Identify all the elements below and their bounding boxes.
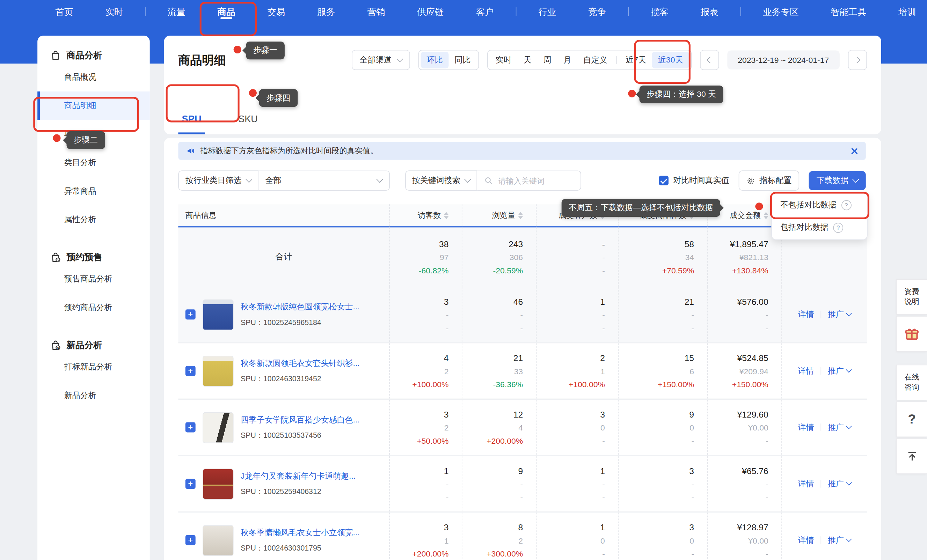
sidebar-item[interactable]: 属性分析 [37,206,150,234]
annotation-step5-tooltip: 不周五：下载数据—选择不包括对比数据 [562,199,720,217]
period-option[interactable]: 实时 [490,52,518,68]
help-button[interactable]: ? [896,402,927,437]
channel-select[interactable]: 全部渠道 [352,50,410,70]
sort-icon[interactable] [764,212,769,219]
notice-close-icon[interactable] [851,148,857,154]
sidebar-item[interactable]: 异常商品 [37,177,150,206]
gift-button[interactable] [896,316,927,352]
keyword-filter-select[interactable]: 按关键词搜索 [405,170,477,191]
nav-item[interactable]: 首页 [39,0,89,24]
sidebar-section-title[interactable]: N新品分析 [37,337,150,353]
period-option[interactable]: 自定义 [577,52,613,68]
download-menu-option[interactable]: 包括对比数据? [772,216,867,239]
nav-item[interactable]: 智能工具 [815,0,882,24]
product-name-link[interactable]: J龙年勺叉套装新年勺卡通萌趣... [241,470,356,481]
expand-row-button[interactable]: + [185,366,196,376]
sort-icon[interactable] [444,212,449,219]
column-header[interactable]: 浏览量 [462,204,536,226]
channel-select-value: 全部渠道 [359,55,392,66]
detail-link[interactable]: 详情 [798,478,814,489]
period-option[interactable]: 周 [538,52,558,68]
nav-item[interactable]: 报表 [685,0,734,24]
online-service-button[interactable]: 在线咨询 [896,365,927,401]
detail-link[interactable]: 详情 [798,422,814,433]
nav-item[interactable]: 揽客 [635,0,685,24]
category-value-select[interactable]: 全部 [258,170,389,191]
keyword-search-input[interactable] [497,176,570,186]
product-thumbnail[interactable] [202,525,233,555]
nav-item[interactable]: 供应链 [401,0,460,24]
period-option[interactable]: 月 [558,52,577,68]
download-data-button[interactable]: 下载数据 [808,171,866,190]
expand-row-button[interactable]: + [185,535,196,545]
sidebar-item[interactable]: 类目分析 [37,149,150,177]
expand-row-button[interactable]: + [185,479,196,489]
sort-icon[interactable] [518,212,523,219]
quick-range-option[interactable]: 近7天 [620,52,652,68]
category-filter-select[interactable]: 按行业类目筛选 [178,170,258,191]
category-filter-group: 按行业类目筛选 全部 [178,170,389,191]
detail-link[interactable]: 详情 [798,366,814,376]
expand-row-button[interactable]: + [185,422,196,433]
sidebar-item[interactable]: 预售商品分析 [37,265,150,294]
nav-item[interactable]: 服务 [301,0,351,24]
sidebar-section-title[interactable]: 商品分析 [37,47,150,63]
metric-change: +150.00% [658,380,694,389]
product-thumbnail[interactable] [202,412,233,443]
nav-item-active[interactable]: 商品 [202,0,251,24]
date-range-field[interactable]: 2023-12-19 ~ 2024-01-17 [727,51,840,70]
nav-item[interactable]: 交易 [251,0,301,24]
promote-link[interactable]: 推广 [828,366,851,376]
quick-range-option[interactable]: 近30天 [652,52,689,68]
sidebar-section-title[interactable]: 预约预售 [37,250,150,265]
expand-row-button[interactable]: + [185,309,196,319]
product-spu: SPU：10025103537456 [241,431,360,441]
annotation-step1-tooltip: 步骤一 [246,41,284,59]
annotation-dot [755,202,763,210]
metric-value: 8 [518,522,523,532]
nav-item[interactable]: 业务专区 [747,0,815,24]
metric-change: - [766,436,769,446]
detail-link[interactable]: 详情 [798,535,814,546]
product-thumbnail[interactable] [202,355,233,386]
tab-sku[interactable]: SKU [235,114,261,134]
sidebar-item[interactable]: 预约商品分析 [37,293,150,322]
date-next-button[interactable] [848,50,867,70]
nav-item[interactable]: 行业 [522,0,572,24]
product-name-link[interactable]: 四季子女学院风百搭少女感白色... [241,414,360,425]
actions-cell: 详情推广 [781,456,867,511]
product-thumbnail[interactable] [202,468,233,499]
download-menu-option[interactable]: 不包括对比数据? [772,194,867,217]
nav-item[interactable]: 实时 [89,0,139,24]
product-name-link[interactable]: 秋冬新款圆领毛衣女套头针织衫... [241,358,360,369]
keyword-search-box [477,170,581,191]
date-prev-button[interactable] [700,50,719,70]
product-thumbnail[interactable] [202,299,233,330]
compare-option[interactable]: 环比 [421,52,448,68]
nav-item[interactable]: 流量 [152,0,202,24]
promote-link[interactable]: 推广 [828,535,851,546]
sidebar-item-active[interactable]: 商品明细 [37,91,150,120]
compare-real-checkbox[interactable] [659,176,668,185]
tab-spu[interactable]: SPU [178,114,205,134]
sidebar-item[interactable]: 商品概况 [37,63,150,91]
sidebar-item[interactable]: 新品分析 [37,381,150,410]
nav-item[interactable]: 客户 [460,0,510,24]
metric-config-button[interactable]: 指标配置 [739,170,799,191]
nav-item[interactable]: 竞争 [572,0,622,24]
promote-link[interactable]: 推广 [828,478,851,489]
sidebar-item[interactable]: 打标新品分析 [37,353,150,382]
detail-link[interactable]: 详情 [798,309,814,320]
nav-item[interactable]: 培训 [882,0,927,24]
product-name-link[interactable]: 秋冬新款韩版纯色圆领宽松女士... [241,301,360,312]
back-to-top-button[interactable] [896,439,927,474]
promote-link[interactable]: 推广 [828,422,851,433]
product-info: 四季子女学院风百搭少女感白色...SPU：10025103537456 [241,414,360,441]
fee-info-button[interactable]: 资费说明 [896,279,927,315]
column-header[interactable]: 访客数 [389,204,462,226]
period-option[interactable]: 天 [518,52,538,68]
nav-item[interactable]: 营销 [351,0,401,24]
promote-link[interactable]: 推广 [828,309,851,320]
product-name-link[interactable]: 秋冬季慵懒风毛衣女士小立领宽... [241,527,360,538]
compare-option[interactable]: 同比 [448,52,476,68]
